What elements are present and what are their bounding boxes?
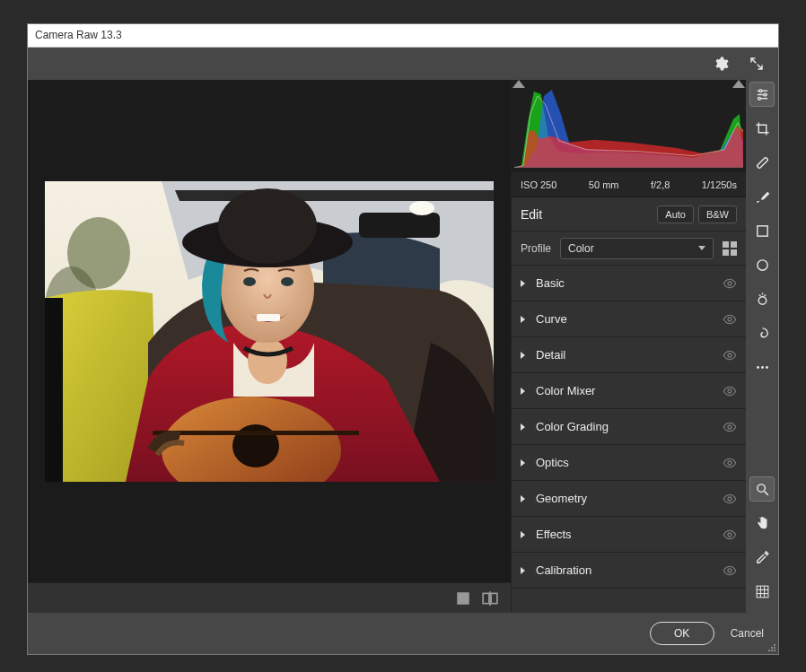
gradient-icon: [755, 223, 770, 239]
dialog-footer: OK Cancel: [28, 613, 778, 654]
svg-point-5: [409, 201, 434, 215]
bw-button[interactable]: B&W: [698, 205, 737, 223]
red-eye-tool[interactable]: [749, 286, 775, 311]
chevron-right-icon: [521, 495, 525, 502]
panel-effects[interactable]: Effects: [512, 517, 746, 553]
panel-color-mixer[interactable]: Color Mixer: [512, 373, 746, 409]
app-window: Camera Raw 13.3: [27, 23, 779, 655]
chevron-right-icon: [521, 316, 525, 323]
chevron-right-icon: [521, 459, 525, 467]
preview-area[interactable]: [28, 80, 511, 582]
eye-icon[interactable]: [723, 456, 737, 470]
radial-filter-tool[interactable]: [749, 252, 775, 277]
cancel-button[interactable]: Cancel: [731, 627, 764, 640]
svg-point-27: [728, 533, 732, 537]
grid-toggle[interactable]: [749, 579, 775, 604]
panel-color-grading[interactable]: Color Grading: [512, 409, 746, 445]
svg-rect-35: [756, 156, 767, 168]
toolstrip: [746, 80, 778, 613]
healing-tool[interactable]: [749, 150, 775, 175]
graduated-filter-tool[interactable]: [749, 218, 775, 243]
circle-icon: [755, 257, 770, 273]
svg-rect-44: [757, 586, 768, 598]
svg-point-41: [766, 366, 768, 369]
svg-rect-18: [491, 593, 497, 603]
snapshots-tool[interactable]: [749, 320, 775, 345]
color-sampler-tool[interactable]: [749, 545, 775, 570]
eye-icon[interactable]: [723, 312, 737, 327]
panel-label: Color Grading: [536, 420, 723, 433]
content-area: ISO 250 50 mm f/2,8 1/1250s Edit Auto B&…: [28, 80, 778, 613]
resize-grip[interactable]: [767, 642, 775, 651]
hand-tool[interactable]: [749, 511, 775, 536]
chevron-right-icon: [521, 567, 525, 574]
profile-label: Profile: [521, 242, 551, 255]
panel-basic[interactable]: Basic: [512, 266, 746, 301]
svg-point-14: [281, 277, 293, 286]
panel-geometry[interactable]: Geometry: [512, 481, 746, 517]
eye-icon[interactable]: [723, 563, 737, 578]
spiral-icon: [755, 326, 770, 341]
auto-button[interactable]: Auto: [657, 205, 694, 223]
edit-side-panel: ISO 250 50 mm f/2,8 1/1250s Edit Auto B&…: [511, 80, 746, 613]
view-single-button[interactable]: [455, 590, 471, 607]
panel-optics[interactable]: Optics: [512, 445, 746, 481]
profile-row: Profile Color: [512, 231, 746, 266]
svg-point-32: [758, 89, 761, 92]
svg-point-37: [757, 259, 767, 269]
svg-rect-17: [483, 593, 489, 603]
preview-footer: [28, 582, 511, 613]
topbar: [28, 48, 778, 80]
svg-point-26: [728, 497, 732, 501]
crop-tool[interactable]: [749, 116, 775, 141]
edit-header: Edit Auto B&W: [512, 197, 746, 231]
panel-label: Optics: [536, 456, 723, 469]
panel-detail[interactable]: Detail: [512, 337, 746, 373]
chevron-right-icon: [521, 531, 525, 538]
view-compare-button[interactable]: [482, 590, 498, 607]
square-icon: [455, 590, 471, 607]
svg-point-12: [218, 188, 317, 264]
magnifier-icon: [755, 482, 770, 497]
adjustment-brush-tool[interactable]: [749, 184, 775, 209]
svg-point-39: [757, 366, 759, 369]
panel-label: Detail: [536, 348, 723, 362]
svg-point-13: [243, 277, 256, 286]
eye-icon[interactable]: [723, 492, 737, 506]
profile-browser-button[interactable]: [723, 241, 737, 256]
hand-icon: [755, 516, 770, 531]
svg-point-42: [757, 484, 765, 492]
profile-value: Color: [568, 242, 594, 255]
eye-icon[interactable]: [723, 348, 737, 362]
ok-button[interactable]: OK: [650, 622, 714, 645]
svg-rect-4: [359, 213, 440, 238]
eye-icon[interactable]: [723, 528, 737, 542]
zoom-tool[interactable]: [749, 476, 775, 502]
edit-tool[interactable]: [749, 82, 775, 107]
chevron-right-icon: [521, 352, 525, 359]
eye-icon[interactable]: [723, 384, 737, 398]
split-view-icon: [482, 590, 498, 607]
bandage-icon: [755, 155, 770, 170]
settings-button[interactable]: [708, 51, 733, 76]
svg-rect-3: [45, 298, 63, 482]
panel-label: Curve: [536, 312, 723, 326]
histogram-area[interactable]: [512, 80, 746, 172]
panel-label: Calibration: [536, 563, 723, 577]
exif-focal: 50 mm: [589, 179, 619, 190]
svg-point-21: [728, 318, 732, 321]
panel-label: Effects: [536, 528, 723, 541]
panel-calibration[interactable]: Calibration: [512, 553, 746, 589]
photo-preview: [45, 181, 494, 482]
more-button[interactable]: [749, 354, 775, 380]
histogram: [514, 87, 743, 168]
eye-icon[interactable]: [723, 276, 737, 291]
eye-icon[interactable]: [723, 420, 737, 434]
panel-list: Basic Curve Detail C: [512, 266, 746, 613]
panel-label: Color Mixer: [536, 384, 723, 397]
profile-select[interactable]: Color: [560, 238, 714, 259]
exif-aperture: f/2,8: [651, 179, 670, 190]
grid-icon: [755, 584, 770, 599]
panel-curve[interactable]: Curve: [512, 301, 746, 337]
fullscreen-button[interactable]: [744, 51, 769, 76]
